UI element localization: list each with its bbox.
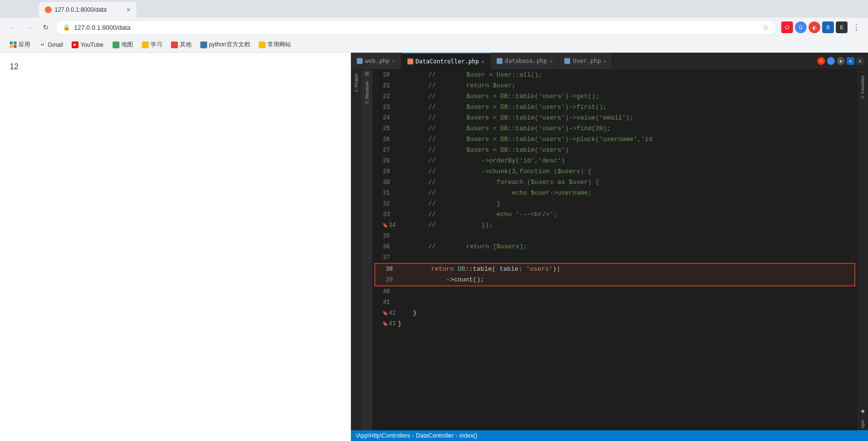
line-content-24: // $users = DB::table('users')->value('e… <box>398 113 634 123</box>
tab-chrome-ext3[interactable]: ● <box>837 57 845 65</box>
study-bookmark[interactable]: 学习 <box>138 40 166 50</box>
line-num-39: 39 <box>375 275 401 285</box>
line-content-29: // ->chunk(3,function ($users) { <box>398 166 592 177</box>
structure-strip: 7: Structure <box>362 70 372 430</box>
user-php-close-icon[interactable]: ✕ <box>603 59 606 64</box>
bookmark-star-icon[interactable]: ☆ <box>763 23 769 31</box>
favorites-strip: 2: Favorites ★ npm <box>857 70 868 430</box>
ide-tab-data-controller[interactable]: DataController.php ✕ <box>402 53 491 70</box>
code-line-34: 🔖 34 // }); <box>372 220 857 231</box>
line-content-30: // foreach ($users as $user) { <box>398 177 599 187</box>
line-content-28: // ->orderBy('id','desc') <box>398 156 565 166</box>
code-line-27: 27 // $users = DB::table('users') <box>372 145 857 156</box>
line-content-33: // echo '---<br/>'; <box>398 209 558 220</box>
ide-tab-database-php[interactable]: database.php ✕ <box>491 53 559 70</box>
code-line-22: 22 // $users = DB::table('users')->get()… <box>372 91 857 102</box>
npm-label: npm <box>859 418 866 430</box>
code-line-25: 25 // $users = DB::table('users')->find(… <box>372 123 857 134</box>
gmail-bookmark[interactable]: M Gmail <box>35 40 67 49</box>
gmail-label: Gmail <box>48 41 63 48</box>
project-label: 1: Project <box>353 70 360 96</box>
code-line-20: 20 // $user = User::all(); <box>372 70 857 80</box>
youtube-bookmark[interactable]: ▶ YouTube <box>68 40 107 49</box>
line-num-28: 28 <box>372 156 398 166</box>
line-content-27: // $users = DB::table('users') <box>398 145 569 155</box>
line-num-24: 24 <box>372 113 398 123</box>
code-editor[interactable]: 20 // $user = User::all(); 21 // return … <box>372 70 857 430</box>
nav-reload-button[interactable]: ↻ <box>39 20 53 34</box>
database-php-icon <box>497 58 502 64</box>
apps-button[interactable]: 应用 <box>6 40 34 50</box>
line-num-43: 🔖 43 <box>372 319 398 329</box>
structure-label: 7: Structure <box>364 78 370 108</box>
tab-chrome-ext4[interactable]: B <box>847 57 854 65</box>
code-line-23: 23 // $users = DB::table('users')->first… <box>372 102 857 113</box>
line-content-21: // return $user; <box>398 80 516 91</box>
line-num-42: 🔖 42 <box>372 308 398 319</box>
line-num-20: 20 <box>372 70 398 80</box>
line-num-33: 33 <box>372 210 398 220</box>
study-label: 学习 <box>151 40 162 49</box>
database-php-close-icon[interactable]: ✕ <box>549 59 552 64</box>
line-num-36: 36 <box>372 242 398 252</box>
line-num-35: 35 <box>372 231 398 241</box>
chrome-tab-active[interactable]: 127.0.0.1:8000/data ✕ <box>39 2 136 18</box>
ext2-icon[interactable]: G <box>795 21 807 33</box>
study-icon <box>142 41 149 48</box>
maps-bookmark[interactable]: 📍 地图 <box>109 40 137 50</box>
data-controller-close-icon[interactable]: ✕ <box>482 59 484 64</box>
tab-chrome-ext1[interactable]: O <box>817 57 825 65</box>
project-strip: 1: Project <box>351 70 362 430</box>
chrome-tabs-row: 127.0.0.1:8000/data ✕ <box>0 0 868 18</box>
nav-forward-button[interactable]: → <box>22 20 36 34</box>
chrome-tab-close-icon[interactable]: ✕ <box>126 7 131 13</box>
page-content: 12 <box>10 62 19 71</box>
favorites-star-icon: ★ <box>860 408 866 415</box>
line-content-40 <box>398 286 402 297</box>
breadcrumb-part1: \App\Http\Controllers <box>356 432 410 439</box>
tab-chrome-ext2[interactable]: · <box>827 57 835 65</box>
common-label: 常用网站 <box>268 40 291 49</box>
ext4-icon[interactable]: B <box>822 21 834 33</box>
structure-dot <box>365 72 369 76</box>
breadcrumb-sep1: › <box>412 432 414 439</box>
address-bar-container: 🔒 127.0.0.1:8000/data ☆ <box>56 20 776 35</box>
line-content-37 <box>398 252 402 262</box>
line-num-40: 40 <box>372 287 398 297</box>
python-bookmark[interactable]: python官方文档 <box>196 40 254 50</box>
maps-label: 地图 <box>121 40 133 49</box>
chrome-nav-row: ← → ↻ 🔒 127.0.0.1:8000/data ☆ O G ◐ B E … <box>0 18 868 37</box>
line-num-37: 37 <box>372 253 398 263</box>
other-bookmark[interactable]: 其他 <box>167 40 195 50</box>
code-line-24: 24 // $users = DB::table('users')->value… <box>372 113 857 123</box>
code-line-32: 32 // } <box>372 199 857 209</box>
youtube-icon: ▶ <box>72 41 78 48</box>
database-php-label: database.php <box>505 58 547 64</box>
code-line-41: 41 <box>372 297 857 308</box>
line-num-38: 38 <box>375 264 401 275</box>
favorites-label: 2: Favorites <box>859 72 866 102</box>
chrome-menu-button[interactable]: ⋮ <box>850 21 862 33</box>
ide-tab-user-php[interactable]: User.php ✕ <box>559 53 613 70</box>
user-php-label: User.php <box>573 58 601 64</box>
lock-icon: 🔒 <box>63 24 70 31</box>
ide-tab-web-php[interactable]: web.php ✕ <box>351 53 402 70</box>
nav-back-button[interactable]: ← <box>6 20 19 34</box>
bookmark-icon-42: 🔖 <box>382 308 388 319</box>
tab-chrome-ext5[interactable]: E <box>856 57 864 65</box>
line-content-42: } <box>398 308 417 318</box>
chrome-tab-favicon <box>45 6 52 13</box>
line-content-34: // }); <box>398 220 493 230</box>
browser-page: 12 <box>0 53 351 441</box>
line-content-26: // $users = DB::table('users')->pluck('u… <box>398 134 653 144</box>
ext3-icon[interactable]: ◐ <box>809 21 820 33</box>
code-line-36: 36 // return [$users]; <box>372 241 857 252</box>
web-php-close-icon[interactable]: ✕ <box>392 59 395 64</box>
address-text[interactable]: 127.0.0.1:8000/data <box>74 24 759 31</box>
common-bookmark[interactable]: 常用网站 <box>255 40 295 50</box>
ext5-icon[interactable]: E <box>836 21 848 33</box>
highlighted-block: 38 return DB::table( table: 'users')| 39… <box>374 263 855 286</box>
other-label: 其他 <box>180 40 192 49</box>
opera-ext-icon[interactable]: O <box>781 21 793 33</box>
code-line-21: 21 // return $user; <box>372 80 857 91</box>
